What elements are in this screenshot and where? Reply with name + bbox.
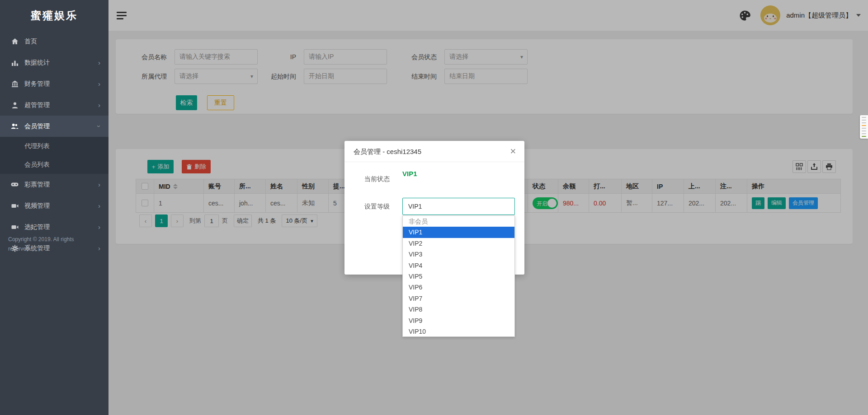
theme-strip-bar	[862, 128, 866, 129]
level-option-VIP3[interactable]: VIP3	[403, 249, 514, 260]
sidebar-item-2[interactable]: 财务管理›	[0, 73, 108, 94]
level-option-VIP6[interactable]: VIP6	[403, 282, 514, 293]
chart-icon	[11, 59, 19, 66]
level-option-VIP5[interactable]: VIP5	[403, 271, 514, 282]
sidebar-item-3[interactable]: 超管管理›	[0, 94, 108, 116]
set-level-label: 设置等级	[358, 203, 390, 211]
level-option-VIP1[interactable]: VIP1	[403, 227, 514, 238]
divider	[344, 162, 524, 162]
theme-strip-bar	[862, 125, 866, 126]
submenu-item-0[interactable]: 代理列表	[0, 137, 108, 155]
gamepad-icon	[11, 181, 19, 188]
theme-strip-bar	[862, 133, 866, 134]
current-status-label: 当前状态	[358, 175, 390, 183]
chevron-right-icon: ›	[98, 202, 100, 209]
submenu-item-1[interactable]: 会员列表	[0, 155, 108, 174]
sidebar-item-7[interactable]: 选妃管理›	[0, 216, 108, 238]
sidebar-item-6[interactable]: 视频管理›	[0, 195, 108, 216]
chevron-right-icon: ›	[98, 181, 100, 188]
sidebar: 蜜獾娱乐 首页数据统计›财务管理›超管管理›会员管理›代理列表会员列表彩票管理›…	[0, 0, 108, 415]
submenu: 代理列表会员列表	[0, 137, 108, 174]
video-icon	[11, 223, 19, 231]
home-icon	[11, 37, 19, 45]
current-status-value: VIP1	[402, 170, 417, 177]
level-option-VIP8[interactable]: VIP8	[403, 304, 514, 315]
sidebar-item-1[interactable]: 数据统计›	[0, 52, 108, 73]
chevron-right-icon: ›	[98, 80, 100, 87]
level-option-VIP2[interactable]: VIP2	[403, 238, 514, 249]
chevron-right-icon: ›	[98, 102, 100, 108]
chevron-down-icon: ›	[96, 125, 103, 127]
sidebar-menu: 首页数据统计›财务管理›超管管理›会员管理›代理列表会员列表彩票管理›视频管理›…	[0, 31, 108, 259]
users-icon	[11, 122, 19, 130]
theme-strip-bar	[862, 120, 866, 121]
theme-strip-bar	[862, 131, 866, 131]
theme-strip-bar	[862, 136, 866, 137]
level-option-VIP9[interactable]: VIP9	[403, 315, 514, 326]
app-logo: 蜜獾娱乐	[0, 0, 108, 31]
theme-strip-bar	[862, 122, 866, 123]
theme-strip-tab[interactable]	[860, 115, 868, 139]
sidebar-item-4[interactable]: 会员管理›	[0, 116, 108, 137]
modal-title: 会员管理 - ceshi12345	[354, 148, 421, 156]
user-icon	[11, 101, 19, 109]
sidebar-item-0[interactable]: 首页	[0, 31, 108, 52]
level-select-input[interactable]: VIP1	[402, 198, 515, 215]
level-option-VIP4[interactable]: VIP4	[403, 260, 514, 271]
close-icon[interactable]: ✕	[510, 147, 516, 156]
sidebar-item-5[interactable]: 彩票管理›	[0, 174, 108, 195]
chevron-right-icon: ›	[98, 224, 100, 230]
theme-strip-bar	[862, 117, 866, 118]
copyright: Copyright © 2019. All rights reserved.	[8, 235, 99, 254]
level-option-VIP10[interactable]: VIP10	[403, 326, 514, 337]
level-option-VIP7[interactable]: VIP7	[403, 293, 514, 304]
level-option-非会员[interactable]: 非会员	[403, 216, 514, 227]
bank-icon	[11, 80, 19, 88]
chevron-right-icon: ›	[98, 59, 100, 66]
level-dropdown: 非会员VIP1VIP2VIP3VIP4VIP5VIP6VIP7VIP8VIP9V…	[402, 215, 515, 337]
video-icon	[11, 202, 19, 210]
